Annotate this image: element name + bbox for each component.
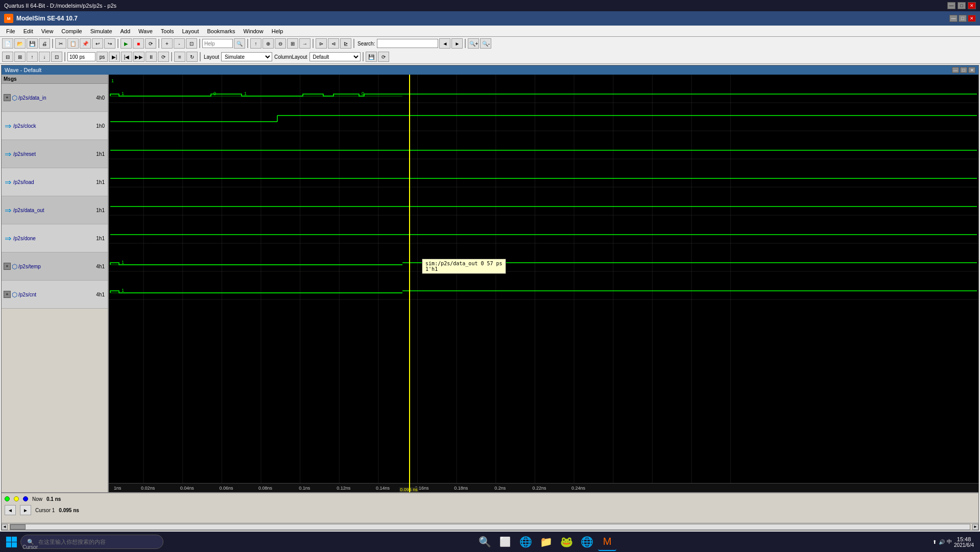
menu-layout[interactable]: Layout [178,27,203,35]
taskbar-start[interactable] [2,533,20,551]
modelsim-close-btn[interactable]: ✕ [968,15,976,22]
scroll-left-btn[interactable]: ◄ [2,524,8,530]
tb-sim1[interactable]: ⊳ [316,38,327,49]
wave-minimize-btn[interactable]: — [952,67,959,73]
signal-row-reset[interactable]: ⇒ /p2s/reset 1h1 [2,140,108,168]
tb-zoom-out[interactable]: - [174,38,185,49]
tb-sim-unit[interactable]: ps [97,52,108,62]
tb-sig1[interactable]: ≡ [174,52,185,62]
signal-row-data_in[interactable]: + ⬡ /p2s/data_in 4h0 [2,84,108,112]
tb-sig2[interactable]: ↻ [186,52,198,62]
status-next-btn[interactable]: ► [20,505,31,515]
modelsim-maximize-btn[interactable]: □ [959,15,967,22]
tb-r2-4[interactable]: ↓ [39,52,50,62]
wave-maximize-btn[interactable]: □ [960,67,967,73]
menu-window[interactable]: Window [240,27,268,35]
tb-save[interactable]: 💾 [27,38,38,49]
taskbar-app-search[interactable]: 🔍 [475,533,494,551]
menu-tools[interactable]: Tools [157,27,178,35]
tb-search-next[interactable]: ► [451,38,463,49]
signal-row-done[interactable]: ⇒ /p2s/done 1h1 [2,224,108,252]
tb-paste[interactable]: 📌 [80,38,91,49]
tb-step-fwd[interactable]: ▶| [109,52,120,62]
taskbar-app-explorer[interactable]: 📁 [537,533,555,551]
signal-row-clock[interactable]: ⇒ /p2s/clock 1h0 [2,112,108,140]
tb-r2-1[interactable]: ⊟ [2,52,13,62]
tb-zoomout2[interactable]: 🔍- [480,38,491,49]
menu-help[interactable]: Help [268,27,288,35]
tb-wave-zoomout[interactable]: ⊖ [275,38,286,49]
sim-time-input[interactable] [67,52,95,61]
tb-restart2[interactable]: ⟳ [158,52,169,62]
tb-cut[interactable]: ✂ [55,38,66,49]
taskbar-pinned-apps: 🔍 ⬜ 🌐 📁 🐸 🌐 M [163,533,928,551]
quartus-minimize-btn[interactable]: — [947,2,955,9]
menu-view[interactable]: View [37,27,58,35]
menu-simulate[interactable]: Simulate [86,27,116,35]
tb-layout-restore[interactable]: ⟳ [378,52,389,62]
waveform-area[interactable]: sim:/p2s/data_out 0 57 ps 1'h1 [109,75,978,492]
h-scrollbar-thumb[interactable] [10,524,26,530]
menu-compile[interactable]: Compile [57,27,86,35]
tb-r2-5[interactable]: ⊡ [51,52,62,62]
quartus-maximize-btn[interactable]: □ [958,2,966,9]
wave-close-btn[interactable]: ✕ [968,67,975,73]
tb-run[interactable]: ▶ [121,38,132,49]
taskbar-app-edge[interactable]: 🌐 [516,533,535,551]
tb-wave-cursor[interactable]: ↑ [250,38,261,49]
tb-wave-zoom[interactable]: ⊕ [262,38,274,49]
tb-r2-2[interactable]: ⊞ [14,52,26,62]
taskbar-app-browser[interactable]: 🌐 [578,533,596,551]
menu-edit[interactable]: Edit [19,27,37,35]
help-search[interactable] [202,39,233,48]
now-value: 0.1 ns [46,496,61,502]
expand-cnt[interactable]: + [4,291,11,298]
h-scrollbar[interactable] [10,524,970,530]
tb-layout-save[interactable]: 💾 [366,52,377,62]
tb-redo[interactable]: ↪ [104,38,115,49]
tb-sim2[interactable]: ⊲ [328,38,339,49]
scroll-right-btn[interactable]: ► [972,524,978,530]
taskbar-app-greasy[interactable]: 🐸 [557,533,576,551]
menu-bookmarks[interactable]: Bookmarks [203,27,240,35]
wave-search[interactable] [377,39,438,48]
tb-wave-go[interactable]: → [299,38,310,49]
signal-row-data_out[interactable]: ⇒ /p2s/data_out 1h1 [2,196,108,224]
tb-print[interactable]: 🖨 [39,38,50,49]
column-layout-select[interactable]: Default [309,52,361,61]
taskbar-search-bar[interactable]: 🔍 [20,535,163,549]
tb-step-back[interactable]: |◀ [121,52,132,62]
tb-restart[interactable]: ⟳ [145,38,156,49]
tb-search-prev[interactable]: ◄ [439,38,450,49]
menu-file[interactable]: File [2,27,19,35]
menu-add[interactable]: Add [116,27,135,35]
signal-row-temp[interactable]: + ⬡ /p2s/temp 4h1 [2,252,108,281]
sep3 [158,39,159,48]
tb-zoom-in[interactable]: + [161,38,173,49]
taskbar-search-input[interactable] [38,539,157,545]
tb-r2-3[interactable]: ↑ [27,52,38,62]
tb-run-all[interactable]: ▶▶ [133,52,145,62]
tb-open[interactable]: 📂 [14,38,26,49]
taskbar-app-modelsim[interactable]: M [598,533,616,551]
tb-zoom-fit[interactable]: ⊡ [186,38,197,49]
tb-copy[interactable]: 📋 [67,38,79,49]
taskbar-app-taskview[interactable]: ⬜ [496,533,514,551]
tb-stop[interactable]: ■ [133,38,144,49]
modelsim-minimize-btn[interactable]: — [949,15,958,22]
expand-temp[interactable]: + [4,263,11,270]
tb-zoomin2[interactable]: 🔍+ [468,38,479,49]
signal-row-load[interactable]: ⇒ /p2s/load 1h1 [2,168,108,196]
tb-undo[interactable]: ↩ [92,38,103,49]
status-prev-btn[interactable]: ◄ [5,505,16,515]
tb-wave-fit[interactable]: ⊞ [287,38,298,49]
tb-break[interactable]: ⏸ [146,52,157,62]
quartus-close-btn[interactable]: ✕ [968,2,976,9]
layout-select[interactable]: Simulate Default [221,52,272,61]
signal-row-cnt[interactable]: + ⬡ /p2s/cnt 4h1 [2,281,108,309]
tb-new[interactable]: 📄 [2,38,13,49]
expand-data_in[interactable]: + [4,94,11,101]
menu-wave[interactable]: Wave [134,27,157,35]
tb-sim3[interactable]: ⊵ [340,38,351,49]
tb-help-search[interactable]: 🔍 [234,38,245,49]
